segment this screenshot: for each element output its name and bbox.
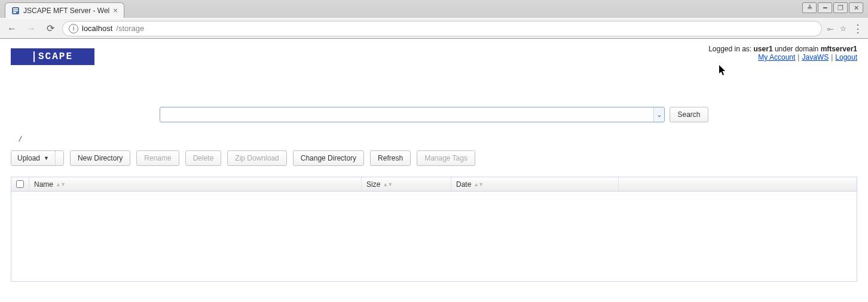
account-block: Logged in as: user1 under domain mftserv… bbox=[708, 45, 857, 61]
bookmark-star-icon[interactable]: ☆ bbox=[840, 24, 846, 33]
url-path: /storage bbox=[116, 24, 144, 33]
sort-icon: ▲▼ bbox=[56, 181, 65, 187]
search-button[interactable]: Search bbox=[670, 107, 708, 122]
tab-title: JSCAPE MFT Server - Wel bbox=[23, 7, 109, 15]
reload-button[interactable]: ⟳ bbox=[43, 21, 57, 36]
logged-in-prefix: Logged in as: bbox=[708, 45, 753, 53]
logged-in-user: user1 bbox=[754, 45, 773, 53]
password-key-icon[interactable]: ⟜ bbox=[827, 24, 834, 33]
column-date-label: Date bbox=[456, 180, 471, 189]
site-info-icon[interactable]: i bbox=[69, 24, 78, 33]
tab-close-icon[interactable]: × bbox=[113, 6, 118, 15]
url-box[interactable]: i localhost/storage bbox=[62, 21, 822, 36]
delete-button[interactable]: Delete bbox=[185, 150, 222, 166]
window-maximize-icon[interactable]: ❐ bbox=[833, 2, 848, 13]
refresh-button[interactable]: Refresh bbox=[370, 150, 411, 166]
addr-right-icons: ⟜ ☆ ⋮ bbox=[827, 22, 863, 35]
javaws-link[interactable]: JavaWS bbox=[802, 53, 829, 61]
browser-tab[interactable]: JSCAPE MFT Server - Wel × bbox=[5, 2, 124, 18]
back-button[interactable]: ← bbox=[5, 21, 19, 36]
window-close-icon[interactable]: ✕ bbox=[849, 2, 863, 13]
sort-icon: ▲▼ bbox=[473, 181, 483, 187]
search-input[interactable] bbox=[160, 107, 653, 122]
change-directory-button[interactable]: Change Directory bbox=[293, 150, 364, 166]
window-controls: ≜ ━ ❐ ✕ bbox=[802, 2, 863, 13]
favicon-icon bbox=[11, 7, 20, 15]
chevron-down-icon[interactable]: ⌄ bbox=[653, 107, 664, 122]
search-row: ⌄ Search bbox=[11, 107, 857, 122]
column-size-label: Size bbox=[366, 180, 380, 189]
domain-prefix: under domain bbox=[773, 45, 821, 53]
forward-button[interactable]: → bbox=[24, 21, 38, 36]
caret-down-icon: ▼ bbox=[44, 155, 49, 161]
column-date[interactable]: Date▲▼ bbox=[451, 177, 619, 191]
search-combo: ⌄ bbox=[160, 107, 665, 122]
svg-rect-1 bbox=[13, 8, 18, 10]
upload-dropdown-trigger[interactable] bbox=[55, 151, 63, 165]
column-spacer bbox=[619, 177, 857, 191]
upload-label: Upload bbox=[17, 154, 40, 162]
window-user-icon[interactable]: ≜ bbox=[802, 2, 817, 13]
logout-link[interactable]: Logout bbox=[835, 53, 857, 61]
mouse-cursor-icon bbox=[719, 65, 727, 78]
zip-download-button[interactable]: Zip Download bbox=[227, 150, 286, 166]
tab-strip: JSCAPE MFT Server - Wel × ≜ ━ ❐ ✕ bbox=[0, 0, 868, 18]
upload-button[interactable]: Upload ▼ bbox=[11, 151, 55, 165]
column-size[interactable]: Size▲▼ bbox=[362, 177, 451, 191]
grid-body bbox=[11, 192, 857, 281]
browser-menu-icon[interactable]: ⋮ bbox=[852, 22, 863, 35]
account-links: My Account|JavaWS|Logout bbox=[708, 53, 857, 61]
svg-rect-3 bbox=[13, 12, 16, 13]
my-account-link[interactable]: My Account bbox=[758, 53, 795, 61]
address-bar: ← → ⟳ i localhost/storage ⟜ ☆ ⋮ bbox=[0, 18, 868, 38]
browser-chrome: JSCAPE MFT Server - Wel × ≜ ━ ❐ ✕ ← → ⟳ … bbox=[0, 0, 868, 39]
column-name[interactable]: Name▲▼ bbox=[29, 177, 362, 191]
page-content: SCAPE Logged in as: user1 under domain m… bbox=[0, 39, 868, 291]
manage-tags-button[interactable]: Manage Tags bbox=[417, 150, 475, 166]
svg-rect-2 bbox=[13, 10, 18, 11]
logo-text: SCAPE bbox=[38, 51, 73, 62]
sort-icon: ▲▼ bbox=[383, 181, 392, 187]
window-minimize-icon[interactable]: ━ bbox=[818, 2, 832, 13]
column-checkbox[interactable] bbox=[11, 177, 29, 191]
jscape-logo: SCAPE bbox=[11, 48, 94, 65]
column-name-label: Name bbox=[34, 180, 53, 189]
select-all-checkbox[interactable] bbox=[16, 180, 24, 188]
new-directory-button[interactable]: New Directory bbox=[70, 150, 130, 166]
rename-button[interactable]: Rename bbox=[136, 150, 179, 166]
breadcrumb: / bbox=[19, 134, 857, 143]
toolbar: Upload ▼ New Directory Rename Delete Zip… bbox=[11, 150, 857, 166]
grid-header: Name▲▼ Size▲▼ Date▲▼ bbox=[11, 177, 857, 192]
url-host: localhost bbox=[82, 24, 112, 33]
file-grid: Name▲▼ Size▲▼ Date▲▼ bbox=[11, 177, 857, 282]
upload-split-button[interactable]: Upload ▼ bbox=[11, 150, 64, 166]
logged-in-domain: mftserver1 bbox=[821, 45, 857, 53]
